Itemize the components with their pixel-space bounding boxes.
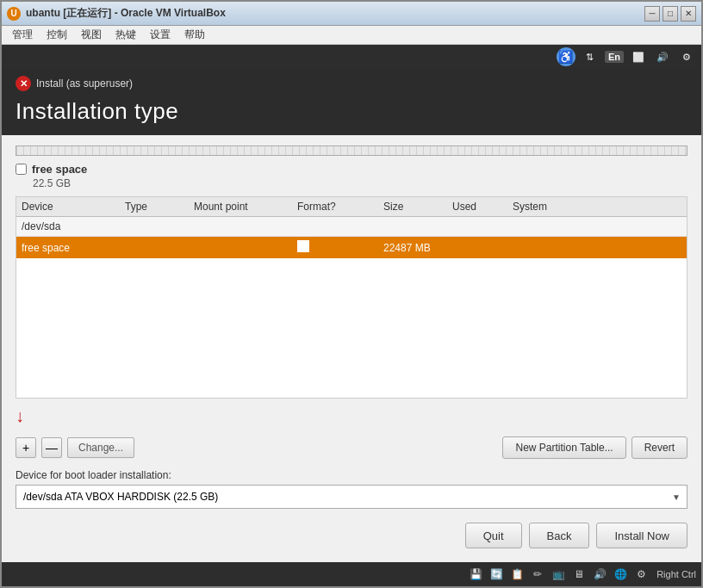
menu-control[interactable]: 控制 [40, 26, 74, 44]
status-bar: ♿ ⇅ En ⬜ 🔊 ⚙ [2, 45, 701, 69]
action-row: + — Change... New Partition Table... Rev… [16, 433, 687, 462]
right-ctrl-label: Right Ctrl [656, 569, 696, 579]
taskbar-icon-5: 📺 [550, 566, 567, 583]
taskbar-icon-6: 🖥 [570, 566, 588, 583]
add-partition-button[interactable]: + [16, 437, 36, 458]
taskbar-icon-1: 💾 [467, 566, 484, 583]
cell-format [297, 240, 383, 255]
title-bar: U ubantu [正在运行] - Oracle VM VirtualBox ─… [2, 2, 701, 26]
cell-size: 22487 MB [383, 242, 452, 254]
new-partition-table-button[interactable]: New Partition Table... [502, 436, 625, 459]
menu-manage[interactable]: 管理 [5, 26, 40, 44]
header-system: System [513, 201, 681, 213]
nav-buttons: Quit Back Install Now [16, 516, 687, 552]
revert-button[interactable]: Revert [631, 436, 687, 459]
free-space-label[interactable]: free space [16, 163, 687, 176]
taskbar-icon-2: 🔄 [488, 566, 505, 583]
arrows-icon: ⇅ [581, 47, 600, 66]
power-icon[interactable]: ⚙ [677, 47, 696, 66]
taskbar-icon-8: 🌐 [612, 566, 629, 583]
window-icon: U [7, 7, 21, 21]
superuser-text: Install (as superuser) [36, 77, 133, 90]
change-button[interactable]: Change... [67, 437, 134, 458]
monitor-icon[interactable]: ⬜ [629, 47, 648, 66]
volume-icon[interactable]: 🔊 [653, 47, 672, 66]
main-content: ✕ Install (as superuser) Installation ty… [2, 69, 701, 562]
quit-button[interactable]: Quit [465, 523, 522, 548]
minimize-button[interactable]: ─ [644, 6, 660, 22]
close-button[interactable]: ✕ [681, 6, 696, 22]
bootloader-label: Device for boot loader installation: [16, 469, 687, 481]
header-used: Used [452, 201, 513, 213]
menu-settings[interactable]: 设置 [143, 26, 177, 44]
menu-bar: 管理 控制 视图 热键 设置 帮助 [2, 26, 701, 45]
content-panel: free space 22.5 GB Device Type Mount poi… [2, 135, 701, 562]
installer-header: ✕ Install (as superuser) Installation ty… [2, 69, 701, 135]
remove-partition-button[interactable]: — [41, 437, 62, 458]
disk-bar [16, 145, 687, 156]
header-mount: Mount point [194, 201, 297, 213]
table-group-sda: /dev/sda [16, 217, 687, 237]
table-body: /dev/sda free space 22487 MB [16, 217, 687, 398]
table-row[interactable]: free space 22487 MB [16, 237, 687, 258]
window-title: ubantu [正在运行] - Oracle VM VirtualBox [26, 6, 226, 21]
menu-help[interactable]: 帮助 [177, 26, 212, 44]
menu-view[interactable]: 视图 [74, 26, 109, 44]
language-badge[interactable]: En [605, 51, 624, 63]
header-type: Type [125, 201, 194, 213]
back-button[interactable]: Back [529, 523, 590, 548]
title-bar-left: U ubantu [正在运行] - Oracle VM VirtualBox [7, 6, 226, 21]
menu-hotkey[interactable]: 热键 [109, 26, 143, 44]
taskbar-icon-7: 🔊 [591, 566, 608, 583]
bottom-taskbar: 💾 🔄 📋 ✏ 📺 🖥 🔊 🌐 ⚙ Right Ctrl [2, 562, 701, 586]
superuser-badge: ✕ Install (as superuser) [16, 76, 687, 91]
page-title: Installation type [16, 98, 687, 125]
format-checkbox [297, 240, 309, 252]
taskbar-icon-3: 📋 [508, 566, 526, 583]
bootloader-section: Device for boot loader installation: /de… [16, 469, 687, 509]
free-space-section: free space 22.5 GB [16, 163, 687, 189]
maximize-button[interactable]: □ [663, 6, 678, 22]
partition-table: Device Type Mount point Format? Size Use… [16, 196, 687, 399]
arrow-down-indicator: ↓ [16, 405, 687, 426]
main-window: U ubantu [正在运行] - Oracle VM VirtualBox ─… [0, 0, 703, 588]
superuser-icon: ✕ [16, 76, 31, 91]
free-space-size: 22.5 GB [33, 177, 687, 189]
taskbar-icon-4: ✏ [529, 566, 546, 583]
cell-device: free space [22, 242, 125, 254]
header-size: Size [383, 201, 452, 213]
taskbar-icon-9: ⚙ [632, 566, 650, 583]
install-now-button[interactable]: Install Now [596, 523, 687, 548]
accessibility-icon[interactable]: ♿ [557, 47, 575, 66]
window-controls: ─ □ ✕ [644, 6, 696, 22]
table-header: Device Type Mount point Format? Size Use… [16, 197, 687, 217]
bootloader-select-wrapper: /dev/sda ATA VBOX HARDDISK (22.5 GB) [16, 485, 687, 509]
bootloader-select[interactable]: /dev/sda ATA VBOX HARDDISK (22.5 GB) [16, 485, 687, 509]
header-device: Device [22, 201, 125, 213]
free-space-checkbox[interactable] [16, 164, 27, 175]
header-format: Format? [297, 201, 383, 213]
